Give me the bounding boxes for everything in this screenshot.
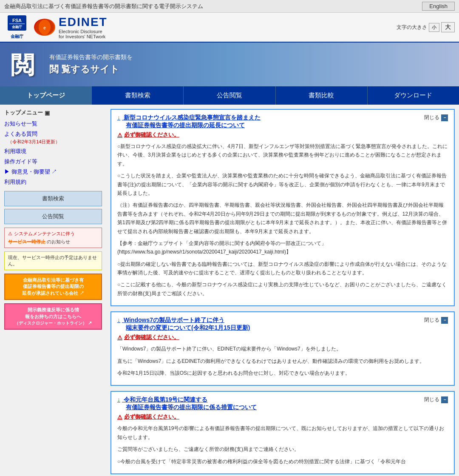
hero-text-block: 有価証券報告書等の開示書類を 閲 覧するサイト	[49, 54, 133, 76]
header-top-bar: 金融商品取引法に基づく有価証券報告書等の開示書類に関する電子開示システム Eng…	[0, 0, 459, 13]
sidebar-link-guide[interactable]: 操作ガイド等	[4, 158, 37, 165]
sidebar-link-feedback[interactable]: ▶ 御意見・御要望 ↗	[4, 168, 57, 175]
sidebar-link-terms[interactable]: 利用規約	[4, 179, 26, 185]
font-small-button[interactable]: 小	[429, 23, 439, 32]
sidebar-item-feedback: ▶ 御意見・御要望 ↗	[4, 168, 102, 176]
external-icon: ↗	[51, 168, 57, 175]
sidebar-banner-hotline[interactable]: 開示義務違反等に係る情 報をお持ちの方はこちらへ （ディスクロジャー・ホットライ…	[4, 303, 102, 330]
edinet-sub1: Electronic Disclosure	[59, 29, 108, 34]
header-right: 文字の大きさ 小 大	[397, 22, 455, 32]
notice-covid: ↓ 新型コロナウイルス感染症緊急事態宣言を踏まえた 有価証券報告書等の提出期限の…	[110, 109, 455, 306]
main-content: ↓ 新型コロナウイルス感染症緊急事態宣言を踏まえた 有価証券報告書等の提出期限の…	[106, 105, 459, 476]
font-large-button[interactable]: 大	[441, 22, 455, 32]
font-size-control: 文字の大きさ 小 大	[397, 22, 455, 32]
notice-covid-header: ↓ 新型コロナウイルス感染症緊急事態宣言を踏まえた 有価証券報告書等の提出期限の…	[117, 114, 448, 139]
notice-typhoon-header: ↓ 令和元年台風第19号に関連する 有価証券報告書等の提出期限に係る措置について…	[117, 396, 448, 421]
edinet-logo: e EDINET Electronic Disclosure for Inves…	[34, 15, 108, 39]
alert-triangle-icon2: ⚠	[117, 334, 122, 341]
notice-typhoon-title-block: ↓ 令和元年台風第19号に関連する 有価証券報告書等の提出期限に係る措置について…	[117, 396, 424, 421]
hero-banner: 閲 有価証券報告書等の開示書類を 閲 覧するサイト	[0, 43, 459, 86]
nav-search[interactable]: 書類検索	[92, 86, 184, 105]
sidebar-item-terms: 利用規約	[4, 178, 102, 186]
sidebar: トップメニュー ▣ お知らせ一覧 よくある質問 （令和2年3月14日更新） 利用…	[0, 105, 106, 476]
alert-triangle-icon3: ⚠	[117, 414, 122, 420]
sidebar-title: トップメニュー ▣	[4, 109, 102, 117]
notice-windows7: ↓ Windows7の製品サポート終了に伴う 端末要件の変更について(令和2年1…	[110, 311, 455, 386]
notice-covid-title-block: ↓ 新型コロナウイルス感染症緊急事態宣言を踏まえた 有価証券報告書等の提出期限の…	[117, 114, 424, 139]
external-link-icon: ↗	[79, 291, 84, 296]
hero-kanji: 閲	[8, 48, 42, 81]
sidebar-item-news: お知らせ一覧	[4, 120, 102, 128]
arrow-icon3: ↓	[117, 396, 120, 403]
sidebar-faq-update: （令和2年3月14日更新）	[8, 139, 102, 145]
header-main: FSA 金融庁 金融庁 e EDINET Electronic Disclosu…	[0, 13, 459, 43]
notice-covid-body: ○新型コロナウイルス感染症の感染拡大に伴い、4月7日、新型インフルエンザ等対策特…	[117, 142, 448, 298]
alert-triangle-icon: ⚠	[117, 132, 122, 138]
close-icon2: －	[441, 317, 448, 324]
nav-top-page[interactable]: トップページ	[0, 86, 92, 105]
svg-text:e: e	[43, 26, 46, 30]
sidebar-maintenance-notice: ⚠ システムメンテナンスに伴う サービス一時停止 のお知らせ	[4, 228, 102, 248]
warn-triangle-icon: ⚠	[8, 231, 12, 237]
sidebar-btn-search[interactable]: 書類検索	[4, 191, 102, 206]
sidebar-menu: お知らせ一覧 よくある質問 （令和2年3月14日更新） 利用環境 操作ガイド等 …	[4, 120, 102, 186]
notice-windows7-header: ↓ Windows7の製品サポート終了に伴う 端末要件の変更について(令和2年1…	[117, 316, 448, 341]
notice-windows7-title-block: ↓ Windows7の製品サポート終了に伴う 端末要件の変更について(令和2年1…	[117, 316, 424, 341]
close-icon: －	[441, 114, 448, 121]
edinet-name: EDINET	[59, 15, 108, 29]
sidebar-item-faq: よくある質問 （令和2年3月14日更新）	[4, 130, 102, 145]
main-nav: トップページ 書類検索 公告閲覧 書類比較 ダウンロード	[0, 86, 459, 105]
external-link-icon2: ↗	[88, 320, 92, 325]
fsa-logo-icon: FSA 金融庁	[8, 15, 26, 33]
sidebar-warning-title: ⚠ システムメンテナンスに伴う	[8, 231, 98, 237]
arrow-icon2: ↓	[117, 316, 120, 323]
notice-windows7-alert: ⚠ 必ず御確認ください。	[117, 333, 424, 341]
sidebar-warning-stop: サービス一時停止 のお知らせ	[8, 239, 98, 245]
sidebar-banner-extension[interactable]: 金融商品取引法等に基づき有 価証券報告書等の提出期限の 延長が承認されている会社…	[4, 274, 102, 300]
edinet-sub2: for Investors' NETwork	[59, 34, 108, 39]
sidebar-item-guide: 操作ガイド等	[4, 158, 102, 165]
sidebar-link-env[interactable]: 利用環境	[4, 148, 26, 154]
notice-typhoon: ↓ 令和元年台風第19号に関連する 有価証券報告書等の提出期限に係る措置について…	[110, 391, 455, 474]
system-title: 金融商品取引法に基づく有価証券報告書等の開示書類に関する電子開示システム	[4, 3, 203, 10]
notice-covid-alert: ⚠ 必ず御確認ください。	[117, 131, 424, 139]
fsa-logo: FSA 金融庁 金融庁	[4, 17, 30, 38]
notice-typhoon-body: 今般の令和元年台風第19号の影響による有価証券報告書等の提出期限について、既にお…	[117, 424, 448, 466]
edinet-text-block: EDINET Electronic Disclosure for Investo…	[59, 15, 108, 39]
svg-text:金融庁: 金融庁	[11, 25, 22, 29]
notice-typhoon-close[interactable]: 閉じる －	[424, 396, 448, 403]
arrow-icon: ↓	[117, 114, 120, 121]
notice-windows7-title: ↓ Windows7の製品サポート終了に伴う 端末要件の変更について(令和2年1…	[117, 316, 424, 332]
notice-covid-close[interactable]: 閉じる －	[424, 114, 448, 121]
sidebar-maintenance-body: 現在、サービス一時停止の予定はありません。	[4, 251, 102, 270]
notice-covid-title: ↓ 新型コロナウイルス感染症緊急事態宣言を踏まえた 有価証券報告書等の提出期限の…	[117, 114, 424, 129]
content-area: トップメニュー ▣ お知らせ一覧 よくある質問 （令和2年3月14日更新） 利用…	[0, 105, 459, 476]
font-size-label: 文字の大きさ	[397, 24, 427, 31]
fsa-label: 金融庁	[11, 34, 23, 40]
notice-windows7-close[interactable]: 閉じる －	[424, 316, 448, 324]
sidebar-btn-public[interactable]: 公告閲覧	[4, 209, 102, 224]
notice-typhoon-title: ↓ 令和元年台風第19号に関連する 有価証券報告書等の提出期限に係る措置について	[117, 396, 424, 411]
sidebar-item-env: 利用環境	[4, 148, 102, 155]
sidebar-link-news[interactable]: お知らせ一覧	[4, 120, 37, 127]
nav-download[interactable]: ダウンロード	[368, 86, 459, 105]
svg-text:FSA: FSA	[12, 18, 22, 23]
english-button[interactable]: English	[422, 2, 455, 11]
nav-public[interactable]: 公告閲覧	[184, 86, 275, 105]
close-icon3: －	[441, 396, 448, 403]
sidebar-link-faq[interactable]: よくある質問	[4, 131, 37, 137]
edinet-icon: e	[34, 19, 55, 36]
nav-compare[interactable]: 書類比較	[276, 86, 368, 105]
header-logos: FSA 金融庁 金融庁 e EDINET Electronic Disclosu…	[4, 15, 108, 39]
notice-typhoon-alert: ⚠ 必ず御確認ください。	[117, 413, 424, 421]
svg-text:閲: 閲	[11, 51, 34, 77]
sidebar-title-icon: ▣	[45, 110, 50, 116]
notice-windows7-body: 「Windows7」の製品サポート終了に伴い、EDINETの端末要件から「Win…	[117, 345, 448, 377]
hero-text-large: 閲 覧するサイト	[49, 63, 133, 76]
hero-text-small: 有価証券報告書等の開示書類を	[49, 54, 133, 61]
